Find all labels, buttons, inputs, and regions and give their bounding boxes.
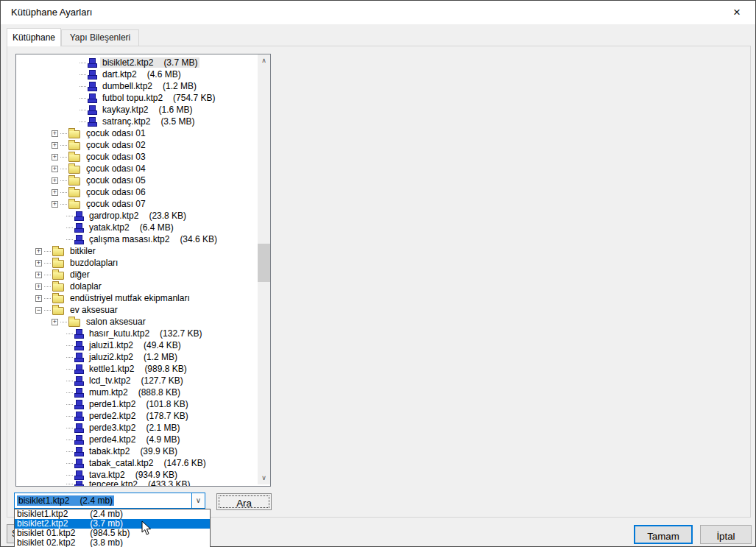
tree-item[interactable]: + salon aksesuar	[16, 316, 270, 328]
tree-expander-icon[interactable]: +	[35, 295, 42, 302]
file-combobox[interactable]: bisiklet1.ktp2(2.4 mb) ∨	[14, 493, 205, 509]
ok-button[interactable]: Tamam	[634, 525, 693, 544]
tree-item-size: (3.5 MB)	[160, 116, 194, 127]
tab-yapi-bilesenleri[interactable]: Yapı Bileşenleri	[61, 29, 139, 46]
tree-item[interactable]: kettle1.ktp2(989.8 KB)	[16, 363, 270, 375]
tree-item[interactable]: perde2.ktp2(178.7 KB)	[16, 410, 270, 422]
tree-connector	[80, 110, 86, 110]
library-tree[interactable]: bisiklet2.ktp2(3.7 MB) dart.ktp2(4.6 MB)…	[15, 54, 271, 487]
tree-item[interactable]: lcd_tv.ktp2(127.7 KB)	[16, 375, 270, 387]
library-item-icon	[74, 364, 83, 374]
tree-item[interactable]: tava.ktp2(934.9 KB)	[16, 469, 270, 481]
tree-item[interactable]: + çocuk odası 06	[16, 186, 270, 198]
tree-item[interactable]: + bitkiler	[16, 245, 270, 257]
tree-item[interactable]: + çocuk odası 03	[16, 151, 270, 163]
mouse-cursor-icon	[141, 520, 152, 538]
tree-item[interactable]: jaluzi2.ktp2(1.2 MB)	[16, 351, 270, 363]
tree-item[interactable]: perde1.ktp2(101.8 KB)	[16, 398, 270, 410]
tree-expander-icon[interactable]: +	[52, 130, 58, 137]
tree-expander-icon[interactable]: +	[52, 319, 58, 325]
tree-item-name: yatak.ktp2	[89, 222, 130, 233]
tree-item[interactable]: bisiklet2.ktp2(3.7 MB)	[16, 57, 270, 68]
tree-item[interactable]: − ev aksesuar	[16, 304, 270, 316]
tree-expander-icon[interactable]: −	[35, 307, 42, 314]
tree-item[interactable]: + çocuk odası 04	[16, 163, 270, 174]
tree-item[interactable]: tabak.ktp2(39.9 KB)	[16, 445, 270, 457]
tree-item[interactable]: + çocuk odası 02	[16, 139, 270, 151]
tree-expander-icon[interactable]: +	[52, 189, 58, 196]
tree-item-name: satranç.ktp2	[102, 116, 150, 127]
tree-item[interactable]: + diğer	[16, 269, 270, 280]
tree-expander-icon[interactable]: +	[35, 248, 42, 255]
scroll-down-icon[interactable]: ∨	[258, 472, 270, 484]
tree-expander-icon[interactable]: +	[52, 201, 58, 208]
tree-item[interactable]: tencere.ktp2(433.3 KB)	[16, 481, 270, 487]
tree-connector	[44, 298, 51, 299]
tab-label: Yapı Bileşenleri	[70, 32, 131, 43]
library-item-icon	[74, 223, 83, 233]
tree-item[interactable]: futbol topu.ktp2(754.7 KB)	[16, 92, 270, 104]
tree-item-labelwrap: kettle1.ktp2(989.8 KB)	[87, 364, 189, 374]
tree-item[interactable]: kaykay.ktp2(1.6 MB)	[16, 104, 270, 116]
tree-expander-icon[interactable]: +	[35, 260, 42, 267]
tree-expander-icon[interactable]: +	[52, 177, 58, 184]
tree-item[interactable]: jaluzi1.ktp2(49.4 KB)	[16, 339, 270, 351]
tree-expander-icon[interactable]: +	[35, 283, 42, 290]
tree-item[interactable]: + çocuk odası 07	[16, 198, 270, 210]
tree-item[interactable]: + endüstriyel mutfak ekipmanları	[16, 292, 270, 304]
tree-item-name: bitkiler	[70, 246, 96, 256]
tree-item[interactable]: + çocuk odası 05	[16, 174, 270, 186]
tree-item-labelwrap: perde1.ktp2(101.8 KB)	[87, 399, 191, 409]
tree-connector	[66, 369, 73, 370]
folder-icon	[52, 295, 64, 303]
tree-connector	[66, 484, 73, 484]
tree-item[interactable]: mum.ktp2(888.8 KB)	[16, 387, 270, 398]
tree-item[interactable]: + çocuk odası 01	[16, 127, 270, 139]
tree-item[interactable]: + dolaplar	[16, 280, 270, 292]
tab-kutuphane[interactable]: Kütüphane	[7, 28, 61, 46]
tree-item[interactable]: tabak_catal.ktp2(147.6 KB)	[16, 457, 270, 469]
file-combo-list[interactable]: bisiklet1.ktp2 (2.4 mb) bisiklet2.ktp2 (…	[14, 509, 211, 547]
tree-item[interactable]: gardrop.ktp2(23.8 KB)	[16, 210, 270, 222]
tree-item-labelwrap: çocuk odası 04	[84, 163, 148, 174]
tree-item[interactable]: dumbell.ktp2(1.2 MB)	[16, 80, 270, 92]
folder-icon	[68, 130, 80, 138]
scroll-up-icon[interactable]: ∧	[258, 54, 270, 67]
tree-item[interactable]: dart.ktp2(4.6 MB)	[16, 68, 270, 80]
tree-item[interactable]: + buzdolapları	[16, 257, 270, 269]
tree-item-labelwrap: perde4.ktp2(4.9 MB)	[87, 434, 182, 445]
tree-item-name: jaluzi2.ktp2	[89, 352, 133, 362]
tree-item[interactable]: satranç.ktp2(3.5 MB)	[16, 116, 270, 127]
tree-item-name: salon aksesuar	[86, 317, 146, 327]
tree-item-size: (6.4 MB)	[140, 222, 174, 233]
file-combo-option[interactable]: bisiklet 02.ktp2 (3.8 mb)	[15, 538, 210, 547]
tree-scrollbar[interactable]: ∧ ∨	[258, 54, 270, 484]
option-size: (2.4 mb)	[90, 509, 123, 519]
tree-expander-icon[interactable]: +	[52, 166, 58, 172]
tree-item[interactable]: perde4.ktp2(4.9 MB)	[16, 434, 270, 445]
tree-connector	[66, 216, 73, 216]
tree-item-size: (888.8 KB)	[138, 387, 180, 398]
tree-item-labelwrap: dumbell.ktp2(1.2 MB)	[100, 81, 199, 91]
tree-expander-icon[interactable]: +	[52, 142, 58, 149]
tree-item[interactable]: çalışma masası.ktp2(34.6 KB)	[16, 233, 270, 245]
tree-item[interactable]: hasır_kutu.ktp2(132.7 KB)	[16, 328, 270, 339]
tree-connector	[44, 275, 51, 275]
tree-expander-icon[interactable]: +	[52, 154, 58, 160]
tree-item[interactable]: perde3.ktp2(2.1 MB)	[16, 422, 270, 434]
tree-item-name: buzdolapları	[70, 258, 118, 268]
tree-item[interactable]: yatak.ktp2(6.4 MB)	[16, 222, 270, 233]
chevron-down-icon[interactable]: ∨	[191, 493, 205, 508]
tree-item-labelwrap: jaluzi1.ktp2(49.4 KB)	[87, 340, 183, 350]
selected-file-name: bisiklet1.ktp2	[18, 495, 69, 506]
tree-expander-icon[interactable]: +	[35, 272, 42, 278]
folder-icon	[52, 272, 64, 280]
tree-item-labelwrap: tencere.ktp2(433.3 KB)	[87, 481, 192, 487]
search-button[interactable]: Ara	[216, 493, 272, 510]
close-icon[interactable]: ×	[729, 4, 745, 21]
cancel-button[interactable]: İptal	[700, 525, 752, 544]
scrollbar-thumb[interactable]	[258, 244, 270, 282]
tree-connector	[80, 63, 86, 63]
tree-item-size: (754.7 KB)	[173, 93, 215, 103]
tree-connector	[66, 239, 73, 240]
